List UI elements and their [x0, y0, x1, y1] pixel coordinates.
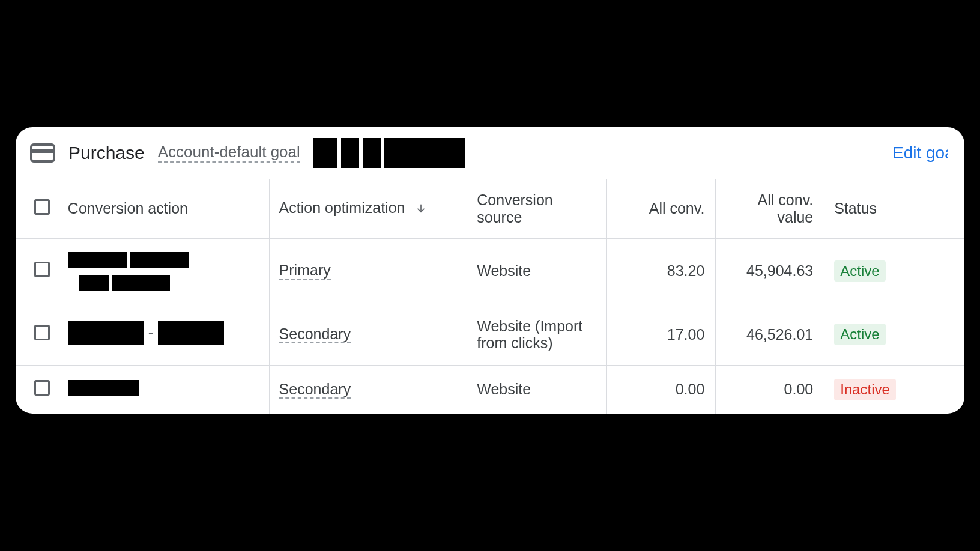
edit-goal-link[interactable]: Edit goal [892, 143, 948, 163]
cell-optimization[interactable]: Secondary [269, 304, 467, 366]
row-checkbox[interactable] [34, 325, 50, 340]
status-badge: Inactive [834, 379, 896, 400]
cell-optimization[interactable]: Primary [269, 238, 467, 304]
col-header-status[interactable]: Status [824, 179, 964, 239]
table-row: Primary Website 83.20 45,904.63 Active [16, 238, 964, 304]
row-checkbox[interactable] [34, 380, 50, 396]
select-all-cell [16, 179, 58, 239]
conversion-goal-card: Purchase Account-default goal Edit goal [16, 127, 964, 414]
redacted-action-name [68, 380, 139, 396]
table-header-row: Conversion action Action optimization Co… [16, 179, 964, 239]
table-row: - Secondary Website (Import from clicks)… [16, 304, 964, 366]
col-header-all-conv-value[interactable]: All conv. value [716, 179, 824, 239]
cell-action[interactable] [58, 366, 269, 414]
cell-action[interactable]: - [58, 304, 269, 366]
cell-status: Active [824, 304, 964, 366]
cell-source: Website (Import from clicks) [467, 304, 607, 366]
cell-optimization[interactable]: Secondary [269, 366, 467, 414]
cell-status: Active [824, 238, 964, 304]
cell-source: Website [467, 238, 607, 304]
svg-rect-1 [31, 149, 54, 153]
card-header: Purchase Account-default goal Edit goal [16, 127, 964, 179]
cell-all-conv-value: 45,904.63 [716, 238, 824, 304]
cell-all-conv: 17.00 [607, 304, 716, 366]
table-row: Secondary Website 0.00 0.00 Inactive [16, 366, 964, 414]
redacted-header-text [313, 138, 465, 168]
col-header-all-conv[interactable]: All conv. [607, 179, 716, 239]
cell-status: Inactive [824, 366, 964, 414]
goal-title: Purchase [68, 143, 145, 163]
col-header-optimization[interactable]: Action optimization [269, 179, 467, 239]
col-header-action[interactable]: Conversion action [58, 179, 269, 239]
status-badge: Active [834, 260, 885, 282]
status-badge: Active [834, 324, 885, 345]
row-checkbox[interactable] [34, 262, 50, 277]
cell-all-conv-value: 46,526.01 [716, 304, 824, 366]
credit-card-icon [30, 143, 55, 163]
redacted-action-name: - [68, 321, 224, 345]
cell-source: Website [467, 366, 607, 414]
col-header-source[interactable]: Conversion source [467, 179, 607, 239]
conversions-table: Conversion action Action optimization Co… [16, 179, 964, 414]
sort-desc-icon [415, 200, 427, 218]
cell-all-conv: 0.00 [607, 366, 716, 414]
select-all-checkbox[interactable] [34, 199, 50, 215]
cell-all-conv: 83.20 [607, 238, 716, 304]
goal-subtitle[interactable]: Account-default goal [158, 143, 300, 163]
cell-all-conv-value: 0.00 [716, 366, 824, 414]
redacted-action-name [68, 252, 248, 291]
cell-action[interactable] [58, 238, 269, 304]
